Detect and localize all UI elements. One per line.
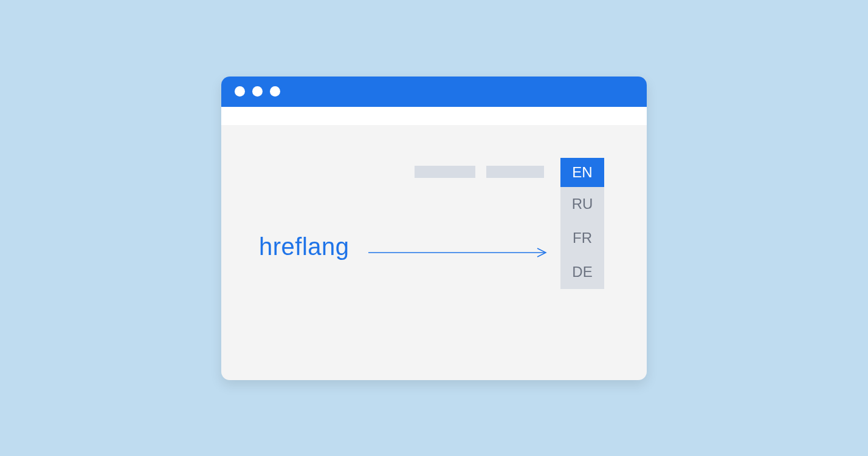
language-selector[interactable]: EN RU FR DE [560, 158, 604, 289]
browser-window: EN RU FR DE hreflang [221, 77, 647, 380]
arrow-icon [368, 247, 551, 259]
language-option-fr[interactable]: FR [560, 221, 604, 255]
hreflang-label: hreflang [259, 233, 350, 260]
window-title-bar [221, 77, 647, 107]
language-option-en[interactable]: EN [560, 158, 604, 187]
address-bar [221, 107, 647, 125]
window-control-dot-icon [235, 86, 245, 97]
language-option-ru[interactable]: RU [560, 187, 604, 221]
language-option-de[interactable]: DE [560, 255, 604, 289]
page-content: EN RU FR DE hreflang [221, 125, 647, 380]
nav-item-placeholder [415, 166, 475, 178]
window-control-dot-icon [252, 86, 263, 97]
nav-item-placeholder [486, 166, 544, 178]
window-control-dot-icon [270, 86, 280, 97]
